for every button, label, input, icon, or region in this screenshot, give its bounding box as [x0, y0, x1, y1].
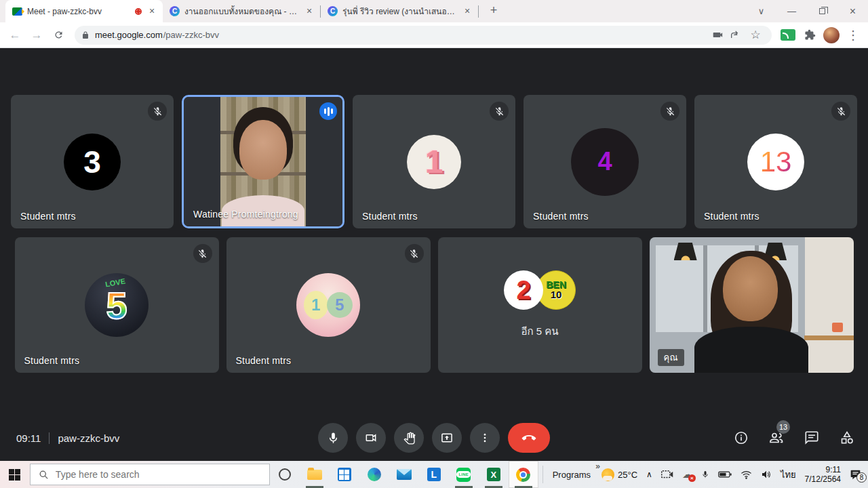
tab-close-icon[interactable]: ×	[146, 6, 157, 17]
avatar: 13	[747, 134, 804, 190]
activities-button[interactable]	[838, 429, 856, 447]
cast-active-icon[interactable]	[778, 26, 797, 45]
start-button[interactable]	[0, 461, 30, 488]
tab-canva-designs[interactable]: C งานออกแบบทั้งหมดของคุณ - Canva ×	[163, 0, 320, 22]
avatar: 15	[296, 273, 360, 337]
app-l-shortcut[interactable]: L	[419, 461, 449, 488]
camera-button[interactable]	[356, 423, 386, 453]
app-chrome[interactable]	[509, 461, 538, 488]
participant-tile[interactable]: Watinee Promteingtrong	[182, 95, 344, 228]
desktop-screen: Meet - paw-zzkc-bvv × C งานออกแบบทั้งหมด…	[0, 0, 868, 488]
tray-overflow-chevron[interactable]: ∧	[646, 470, 652, 479]
mic-off-icon	[836, 106, 846, 117]
present-screen-button[interactable]	[432, 423, 462, 453]
tab-canva-presentation[interactable]: C รุ่นพี่ รีวิว review (งานนำเสนอ (16:9)…	[321, 0, 478, 22]
edge-icon	[368, 468, 381, 481]
meet-now-icon[interactable]	[661, 470, 673, 479]
info-icon	[734, 430, 749, 445]
browser-toolbar: ← → meet.google.com/paw-zzkc-bvv ☆ ⋮	[0, 22, 868, 48]
refresh-button[interactable]	[49, 26, 68, 45]
app-file-explorer[interactable]	[300, 461, 330, 488]
participant-count-badge: 13	[776, 420, 790, 434]
app-excel[interactable]: X	[479, 461, 509, 488]
tab-close-icon[interactable]: ×	[462, 6, 473, 17]
tray-microphone-icon[interactable]	[701, 469, 709, 480]
participant-name: Student mtrs	[236, 355, 292, 366]
app-microsoft-store[interactable]	[330, 461, 359, 488]
meeting-details-button[interactable]	[732, 429, 750, 447]
action-center-button[interactable]: 8	[850, 470, 861, 480]
toolbar-expand-icon[interactable]: »	[595, 462, 600, 471]
forward-button[interactable]: →	[27, 26, 46, 45]
participant-row-1: 3Student mtrsWatinee Promteingtrong1Stud…	[0, 95, 868, 228]
participants-button[interactable]: 13	[768, 429, 785, 447]
weather-widget[interactable]: 25°C	[601, 468, 637, 481]
tab-search-chevron-icon[interactable]: ∨	[746, 0, 776, 22]
hand-icon	[403, 432, 416, 445]
share-icon[interactable]	[730, 30, 741, 41]
profile-avatar[interactable]	[822, 26, 841, 45]
excel-icon: X	[487, 468, 500, 481]
muted-mic-badge	[193, 244, 212, 263]
cast-icon	[781, 29, 795, 41]
new-tab-button[interactable]: +	[486, 2, 502, 18]
minimize-button[interactable]: —	[776, 0, 807, 22]
meeting-time: 09:11	[16, 432, 41, 444]
participant-tile[interactable]: 3Student mtrs	[11, 95, 174, 228]
more-options-button[interactable]	[470, 423, 500, 453]
mic-off-icon	[665, 106, 675, 117]
video-feed	[184, 97, 342, 226]
language-indicator[interactable]: ไทย	[781, 468, 796, 482]
browser-tab-strip: Meet - paw-zzkc-bvv × C งานออกแบบทั้งหมด…	[0, 0, 868, 22]
participant-tile[interactable]: 13Student mtrs	[694, 95, 857, 228]
camera-in-use-icon[interactable]	[713, 30, 724, 39]
cortana-button[interactable]	[270, 461, 300, 488]
mail-icon	[397, 469, 412, 480]
app-line[interactable]: LINE	[449, 461, 479, 488]
restore-button[interactable]	[807, 0, 837, 22]
raise-hand-button[interactable]	[394, 423, 424, 453]
puzzle-icon	[804, 29, 816, 41]
face-shape	[723, 256, 778, 321]
app-mail[interactable]	[389, 461, 419, 488]
tab-divider	[478, 5, 479, 18]
address-bar[interactable]: meet.google.com/paw-zzkc-bvv ☆	[75, 26, 772, 45]
clock-widget[interactable]: 9:11 7/12/2564	[805, 465, 841, 484]
programs-toolbar[interactable]: Programs »	[547, 461, 601, 488]
participant-tile[interactable]: 15Student mtrs	[226, 237, 431, 373]
app-edge[interactable]	[359, 461, 389, 488]
folder-icon	[307, 470, 322, 480]
extensions-icon[interactable]	[800, 26, 819, 45]
participant-tile[interactable]: 1Student mtrs	[353, 95, 515, 228]
close-button[interactable]: ×	[837, 0, 868, 22]
weather-sun-icon	[601, 468, 614, 481]
store-icon	[338, 468, 351, 481]
onedrive-error-icon[interactable]: ☁ ×	[682, 468, 692, 481]
participant-tile[interactable]: LOVE5Student mtrs	[15, 237, 219, 373]
participant-name: Student mtrs	[20, 211, 76, 222]
bookmark-star-icon[interactable]: ☆	[746, 26, 765, 45]
overflow-participants-tile[interactable]: 2BEN10อีก 5 คน	[438, 237, 642, 373]
participant-tile[interactable]: 4Student mtrs	[524, 95, 686, 228]
recording-indicator-icon	[135, 8, 142, 15]
back-button[interactable]: ←	[5, 26, 24, 45]
taskbar-search[interactable]	[30, 464, 270, 485]
tab-close-icon[interactable]: ×	[304, 6, 315, 17]
muted-mic-badge	[405, 244, 424, 263]
search-input[interactable]	[56, 469, 252, 480]
mic-off-icon	[409, 249, 419, 259]
battery-icon[interactable]	[718, 470, 732, 479]
wifi-icon[interactable]	[741, 470, 752, 479]
self-view-tile[interactable]: คุณ	[650, 237, 854, 373]
tab-meet[interactable]: Meet - paw-zzkc-bvv ×	[5, 0, 163, 22]
tab-title: งานออกแบบทั้งหมดของคุณ - Canva	[184, 5, 299, 18]
chat-button[interactable]	[803, 429, 821, 447]
tab-title: รุ่นพี่ รีวิว review (งานนำเสนอ (16:9))	[342, 5, 457, 18]
avatar: LOVE5	[85, 273, 149, 337]
browser-menu-icon[interactable]: ⋮	[844, 26, 863, 45]
volume-icon[interactable]	[761, 470, 772, 479]
end-call-button[interactable]	[508, 423, 550, 453]
microphone-button[interactable]	[318, 423, 348, 453]
muted-mic-badge	[660, 102, 679, 121]
speaking-audio-indicator	[319, 102, 337, 120]
